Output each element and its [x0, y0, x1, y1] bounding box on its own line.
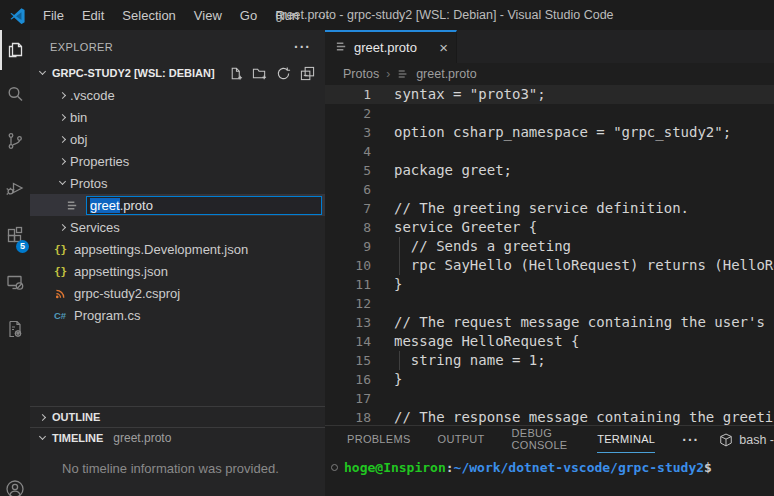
tree-file-greet-proto[interactable]: greet.proto [30, 194, 325, 216]
code-editor[interactable]: 1syntax = "proto3";23option csharp_names… [325, 85, 774, 425]
code-line-text: // The response message containing the g… [394, 408, 774, 425]
prompt-segment: $ [704, 460, 712, 475]
code-line-11[interactable]: 11} [325, 275, 774, 294]
tree-folder-bin[interactable]: bin [30, 106, 325, 128]
panel-tab-output[interactable]: OUTPUT [438, 426, 485, 453]
tree-item-label: Program.cs [74, 308, 140, 323]
menu-item-view[interactable]: View [185, 0, 231, 30]
menu-item-edit[interactable]: Edit [73, 0, 113, 30]
menu-item-go[interactable]: Go [231, 0, 266, 30]
account-icon[interactable] [0, 470, 30, 496]
code-line-18[interactable]: 18// The response message containing the… [325, 408, 774, 425]
line-number: 9 [325, 237, 371, 256]
line-number: 10 [325, 256, 371, 275]
tree-item-label: Services [70, 220, 120, 235]
line-number: 14 [325, 332, 371, 351]
tree-folder-services[interactable]: Services [30, 216, 325, 238]
code-line-10[interactable]: 10 rpc SayHello (HelloRequest) returns (… [325, 256, 774, 275]
indent-guide [399, 351, 400, 370]
code-line-4[interactable]: 4 [325, 142, 774, 161]
chevron-right-icon [54, 137, 70, 142]
breadcrumb-file[interactable]: greet.proto [416, 67, 476, 81]
chevron-down-icon [54, 182, 70, 184]
tree-folder-obj[interactable]: obj [30, 128, 325, 150]
tree-file-grpc-study2-csproj[interactable]: grpc-study2.csproj [30, 282, 325, 304]
panel-tab-problems[interactable]: PROBLEMS [347, 426, 411, 453]
indent-guide [399, 237, 400, 256]
explorer-icon[interactable] [0, 30, 30, 70]
timeline-chevron-icon [34, 437, 50, 439]
code-line-16[interactable]: 16} [325, 370, 774, 389]
terminal-output[interactable]: hoge@Inspiron:~/work/dotnet-vscode/grpc-… [325, 453, 774, 496]
explorer-title: EXPLORER [50, 41, 113, 53]
line-number: 17 [325, 389, 371, 408]
tree-folder-protos[interactable]: Protos [30, 172, 325, 194]
extensions-icon[interactable]: 5 [0, 211, 30, 258]
command-decoration-icon[interactable] [331, 464, 338, 471]
tree-folder-properties[interactable]: Properties [30, 150, 325, 172]
breadcrumb: Protos › greet.proto [325, 63, 774, 85]
code-line-9[interactable]: 9 // Sends a greeting [325, 237, 774, 256]
refresh-icon[interactable] [276, 66, 291, 81]
tree-item-label: appsettings.Development.json [74, 242, 248, 257]
tree-file-program-cs[interactable]: C#Program.cs [30, 304, 325, 326]
code-line-text: rpc SayHello (HelloRequest) returns (Hel… [394, 256, 774, 275]
code-line-6[interactable]: 6 [325, 180, 774, 199]
explorer-more-actions-icon[interactable]: ··· [294, 39, 311, 55]
menu-item-selection[interactable]: Selection [113, 0, 184, 30]
remote-explorer-icon[interactable] [0, 258, 30, 305]
outline-section-header[interactable]: OUTLINE [30, 406, 325, 427]
rename-rest-text: .proto [120, 198, 153, 213]
shell-picker[interactable]: bash - [719, 433, 774, 447]
indent-guide [399, 256, 400, 275]
dotnet-tools-icon[interactable] [0, 305, 30, 352]
code-line-12[interactable]: 12 [325, 294, 774, 313]
code-line-text: package greet; [394, 161, 512, 180]
code-line-2[interactable]: 2 [325, 104, 774, 123]
new-folder-icon[interactable] [252, 66, 267, 81]
window-title: greet.proto - grpc-study2 [WSL: Debian] … [275, 0, 613, 30]
code-line-5[interactable]: 5package greet; [325, 161, 774, 180]
code-line-text: // The request message containing the us… [394, 313, 774, 332]
tree-file-appsettings-json[interactable]: {}appsettings.json [30, 260, 325, 282]
chevron-right-icon [54, 159, 70, 164]
tree-item-label: Properties [70, 154, 129, 169]
line-number: 13 [325, 313, 371, 332]
code-line-13[interactable]: 13// The request message containing the … [325, 313, 774, 332]
rename-input[interactable]: greet.proto [86, 196, 322, 215]
code-line-15[interactable]: 15 string name = 1; [325, 351, 774, 370]
json-file-icon: {} [54, 265, 74, 278]
search-icon[interactable] [0, 70, 30, 117]
panel-tab-debug-console[interactable]: DEBUG CONSOLE [512, 426, 571, 453]
collapse-all-icon[interactable] [300, 66, 315, 81]
code-line-17[interactable]: 17 [325, 389, 774, 408]
tab-close-icon[interactable]: × [439, 40, 448, 55]
shell-label: bash - [739, 433, 774, 447]
project-section-header[interactable]: GRPC-STUDY2 [WSL: DEBIAN] [30, 62, 325, 84]
panel-more-actions-icon[interactable]: ··· [682, 432, 699, 448]
sidebar-explorer: EXPLORER ··· GRPC-STUDY2 [WSL: DEBIAN] [30, 30, 325, 496]
code-line-1[interactable]: 1syntax = "proto3"; [325, 85, 774, 104]
code-line-14[interactable]: 14message HelloRequest { [325, 332, 774, 351]
source-control-icon[interactable] [0, 117, 30, 164]
breadcrumb-folder[interactable]: Protos [343, 67, 379, 81]
chevron-right-icon [54, 115, 70, 120]
tree-file-appsettings-development-json[interactable]: {}appsettings.Development.json [30, 238, 325, 260]
explorer-title-row: EXPLORER ··· [30, 30, 325, 62]
timeline-section-header[interactable]: TIMELINE greet.proto [30, 427, 325, 448]
code-line-3[interactable]: 3option csharp_namespace = "grpc_study2"… [325, 123, 774, 142]
terminal-prompt-line: hoge@Inspiron:~/work/dotnet-vscode/grpc-… [344, 460, 712, 475]
line-number: 12 [325, 294, 371, 313]
code-line-8[interactable]: 8service Greeter { [325, 218, 774, 237]
code-line-7[interactable]: 7// The greeting service definition. [325, 199, 774, 218]
menu-item-file[interactable]: File [34, 0, 73, 30]
new-file-icon[interactable] [228, 66, 243, 81]
panel-tab-terminal[interactable]: TERMINAL [597, 426, 655, 453]
tree-folder--vscode[interactable]: .vscode [30, 84, 325, 106]
tree-item-label: .vscode [70, 88, 115, 103]
tab-greet-proto[interactable]: greet.proto × [325, 30, 457, 63]
section-chevron-icon [34, 72, 50, 74]
code-line-text: option csharp_namespace = "grpc_study2"; [394, 123, 731, 142]
tree-item-label: Protos [70, 176, 108, 191]
run-and-debug-icon[interactable] [0, 164, 30, 211]
